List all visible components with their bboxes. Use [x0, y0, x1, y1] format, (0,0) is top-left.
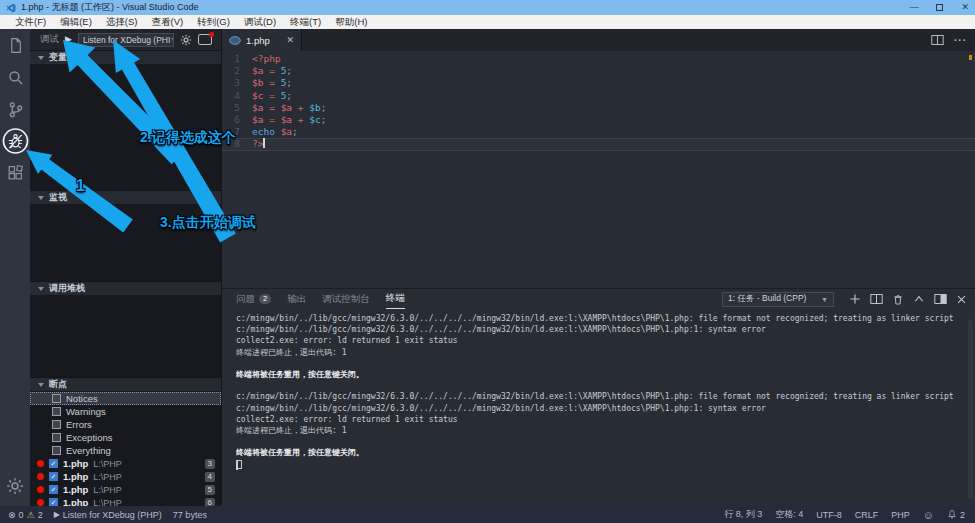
section-breakpoints[interactable]: 断点	[30, 377, 221, 391]
line-number: 5	[222, 102, 252, 114]
checkbox-unchecked-icon[interactable]	[52, 420, 61, 429]
section-label: 调用堆栈	[49, 282, 85, 295]
chevron-expanded-icon	[38, 287, 44, 291]
checkbox-checked-icon[interactable]: ✓	[49, 498, 58, 506]
settings-gear-icon[interactable]	[180, 34, 192, 46]
more-actions-icon[interactable]: ···	[954, 35, 967, 46]
feedback-smiley-icon[interactable]: ☺	[923, 509, 934, 521]
checkbox-unchecked-icon[interactable]	[52, 394, 61, 403]
split-terminal-icon[interactable]	[870, 293, 883, 305]
breakpoint-filter-errors[interactable]: Errors	[30, 418, 221, 431]
menu-item-5[interactable]: 转到(G)	[190, 16, 237, 29]
checkbox-checked-icon[interactable]: ✓	[49, 472, 58, 481]
breakpoint-filter-notices[interactable]: Notices	[30, 392, 221, 405]
panel-tab-label: 终端	[386, 292, 405, 305]
encoding-status[interactable]: UTF-8	[816, 510, 842, 520]
tab-1-php[interactable]: 1.php ✕	[222, 29, 302, 51]
breakpoint-item[interactable]: ✓1.phpL:\PHP3	[30, 457, 221, 470]
maximize-icon[interactable]	[936, 4, 943, 11]
line-number: 6	[222, 114, 252, 126]
text-cursor	[263, 138, 265, 148]
line-number: 3	[222, 77, 252, 89]
close-icon[interactable]: ✕	[286, 35, 294, 45]
checkbox-unchecked-icon[interactable]	[52, 446, 61, 455]
close-icon[interactable]: ✕	[961, 3, 969, 12]
checkbox-unchecked-icon[interactable]	[52, 433, 61, 442]
menu-item-3[interactable]: 选择(S)	[99, 16, 145, 29]
notifications-status[interactable]: 2	[947, 509, 965, 520]
code-editor[interactable]: 1<?php2$a = 5;3$b = 5;4$c = 5;5$a = $a +…	[222, 51, 975, 288]
search-icon[interactable]	[0, 61, 30, 93]
breakpoint-filter-label: Warnings	[66, 406, 106, 417]
eol-status[interactable]: CRLF	[855, 510, 879, 520]
problems-status[interactable]: ⊗ 0 ⚠ 2	[8, 510, 43, 520]
debug-config-dropdown[interactable]: Listen for XDebug (PHI ▼	[78, 33, 174, 47]
menu-item-6[interactable]: 调试(D)	[237, 16, 283, 29]
code-line-3[interactable]: 3$b = 5;	[222, 77, 975, 89]
terminal-output[interactable]: c:/mingw/bin/../lib/gcc/mingw32/6.3.0/..…	[236, 313, 961, 504]
panel-tab-1[interactable]: 问题2	[236, 290, 271, 309]
minimize-icon[interactable]: —	[909, 3, 918, 12]
menu-item-2[interactable]: 编辑(E)	[53, 16, 99, 29]
warning-count: 2	[38, 510, 43, 520]
section-watch[interactable]: 监视	[30, 190, 221, 204]
menu-item-7[interactable]: 终端(T)	[283, 16, 328, 29]
code-line-6[interactable]: 6$a = $a + $c;	[222, 114, 975, 126]
code-line-2[interactable]: 2$a = 5;	[222, 65, 975, 77]
split-editor-icon[interactable]	[931, 34, 944, 46]
files-icon[interactable]	[0, 29, 30, 61]
new-terminal-icon[interactable]	[849, 293, 861, 305]
close-panel-icon[interactable]	[956, 294, 967, 305]
breakpoint-item[interactable]: ✓1.phpL:\PHP4	[30, 470, 221, 483]
indent-status[interactable]: 空格: 4	[775, 508, 803, 521]
breakpoint-filter-exceptions[interactable]: Exceptions	[30, 431, 221, 444]
menu-item-8[interactable]: 帮助(H)	[328, 16, 374, 29]
code-line-4[interactable]: 4$c = 5;	[222, 90, 975, 102]
panel-tab-4[interactable]: 终端	[386, 289, 405, 309]
kill-terminal-icon[interactable]	[892, 293, 904, 306]
menu-item-4[interactable]: 查看(V)	[144, 16, 190, 29]
debug-toolbar: 调试 ▶ Listen for XDebug (PHI ▼	[30, 29, 221, 50]
debug-target-status[interactable]: ▶ Listen for XDebug (PHP)	[54, 510, 162, 520]
debug-console-icon[interactable]	[198, 34, 212, 45]
checkbox-checked-icon[interactable]: ✓	[49, 485, 58, 494]
section-variables[interactable]: 变量	[30, 50, 221, 64]
code-line-5[interactable]: 5$a = $a + $b;	[222, 102, 975, 114]
status-bar: ⊗ 0 ⚠ 2 ▶ Listen for XDebug (PHP) 77 byt…	[0, 506, 975, 523]
breakpoint-file-name: 1.php	[63, 458, 88, 469]
terminal-task-dropdown[interactable]: 1: 任务 - Build (CPP) ▼	[722, 292, 834, 307]
breakpoint-item[interactable]: ✓1.phpL:\PHP6	[30, 496, 221, 506]
panel-tab-3[interactable]: 调试控制台	[322, 290, 370, 309]
debug-icon[interactable]	[0, 125, 30, 157]
checkbox-unchecked-icon[interactable]	[52, 407, 61, 416]
cursor-position-status[interactable]: 行 8, 列 3	[724, 508, 762, 521]
breakpoint-file-name: 1.php	[63, 497, 88, 506]
terminal-line: c:/mingw/bin/../lib/gcc/mingw32/6.3.0/..…	[236, 324, 961, 335]
toggle-panel-icon[interactable]	[934, 293, 947, 305]
code-text: ?>	[252, 138, 265, 150]
settings-gear-icon[interactable]	[0, 470, 30, 502]
file-size-status[interactable]: 77 bytes	[173, 510, 207, 520]
activity-bar	[0, 29, 30, 506]
maximize-panel-icon[interactable]	[913, 294, 925, 304]
scrollbar[interactable]	[968, 319, 973, 499]
section-call-stack[interactable]: 调用堆栈	[30, 281, 221, 295]
code-line-1[interactable]: 1<?php	[222, 53, 975, 65]
line-number: 4	[222, 90, 252, 102]
breakpoint-filter-label: Notices	[66, 393, 98, 404]
source-control-icon[interactable]	[0, 93, 30, 125]
checkbox-checked-icon[interactable]: ✓	[49, 459, 58, 468]
code-line-8[interactable]: 8?>	[222, 138, 975, 150]
breakpoint-filter-everything[interactable]: Everything	[30, 444, 221, 457]
breakpoint-file-path: L:\PHP	[93, 472, 122, 482]
start-debug-icon[interactable]: ▶	[65, 35, 72, 44]
breakpoint-filter-warnings[interactable]: Warnings	[30, 405, 221, 418]
language-status[interactable]: PHP	[891, 510, 910, 520]
breakpoint-item[interactable]: ✓1.phpL:\PHP5	[30, 483, 221, 496]
extensions-icon[interactable]	[0, 157, 30, 189]
panel-tab-2[interactable]: 输出	[287, 290, 306, 309]
php-file-icon	[229, 36, 241, 45]
menu-item-1[interactable]: 文件(F)	[8, 16, 53, 29]
editor-region: 1.php ✕ ··· 1<?php2$a = 5;3$b = 5;4$c = …	[222, 29, 975, 506]
code-line-7[interactable]: 7echo $a;	[222, 126, 975, 138]
